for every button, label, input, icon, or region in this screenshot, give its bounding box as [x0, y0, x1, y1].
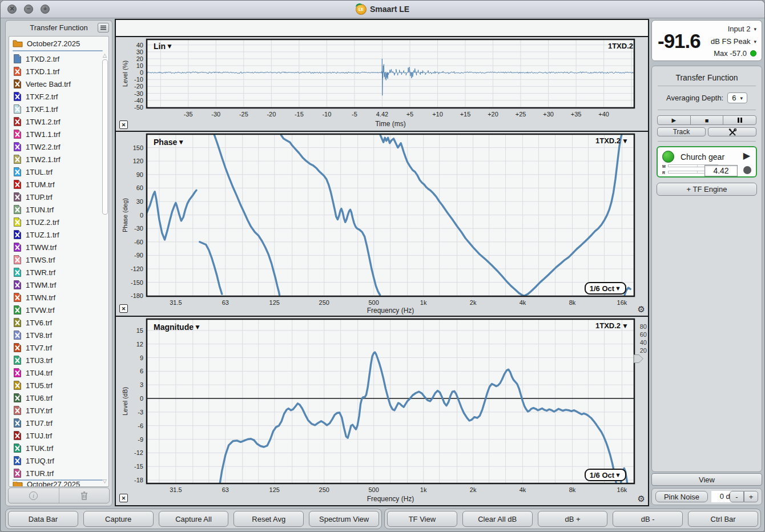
phase-settings-gear-icon[interactable]: ⚙ — [638, 305, 645, 313]
view-button[interactable]: View — [651, 473, 762, 486]
file-item[interactable]: 1TW1.2.trf — [9, 115, 108, 128]
folder-item[interactable]: October27.2025 — [9, 482, 108, 486]
file-item[interactable]: 1TUK.trf — [9, 442, 108, 454]
magnitude-trace-dropdown[interactable]: 1TXD.2▼ — [595, 321, 629, 330]
phase-trace-dropdown[interactable]: 1TXD.2▼ — [595, 136, 629, 145]
file-item[interactable]: 1TWN.trf — [9, 291, 108, 304]
ctrl-bar-button[interactable]: Ctrl Bar — [688, 511, 758, 527]
magnitude-plot[interactable]: 15129630-3-6-9-12-15-1831.5631252505001k… — [116, 317, 648, 504]
impulse-type-dropdown[interactable]: Lin▼ — [154, 42, 173, 51]
file-item[interactable]: 1TV6.trf — [9, 316, 108, 329]
info-button[interactable]: i — [9, 488, 59, 503]
pause-button[interactable] — [723, 115, 756, 125]
scale-slider-handle[interactable] — [634, 354, 643, 365]
db-button[interactable]: dB + — [538, 511, 608, 527]
folder-icon — [13, 40, 23, 47]
file-item[interactable]: 1TUJ.trf — [9, 429, 108, 442]
svg-text:3: 3 — [140, 381, 143, 388]
clear-all-db-button[interactable]: Clear All dB — [462, 511, 533, 527]
file-item[interactable]: 1TU5.trf — [9, 379, 108, 392]
file-item[interactable]: 1TXF.1.trf — [9, 103, 108, 115]
phase-type-dropdown[interactable]: Phase▼ — [154, 138, 184, 147]
phase-chart-panel: 1501209060300-30-60-90-120-150-18031.563… — [116, 132, 648, 317]
spectrum-view-button[interactable]: Spectrum View — [309, 511, 379, 527]
averaging-depth-select[interactable]: 6▾ — [727, 92, 747, 103]
impulse-plot[interactable]: 403020100-10-20-30-40-50-35-30-25-20-15-… — [116, 37, 648, 131]
divider — [13, 479, 103, 481]
magnitude-settings-gear-icon[interactable]: ⚙ — [638, 494, 645, 503]
file-item[interactable]: 1TUZ.2.trf — [9, 216, 108, 228]
file-item[interactable]: 1TUM.trf — [9, 178, 108, 191]
file-item[interactable]: 1TXD.1.trf — [9, 65, 108, 78]
file-item[interactable]: 1TWS.trf — [9, 253, 108, 266]
file-item[interactable]: 1TUR.trf — [9, 467, 108, 479]
phase-banding-dropdown[interactable]: 1/6 Oct▼ — [585, 282, 626, 295]
file-item[interactable]: 1TXD.2.trf — [9, 53, 108, 65]
tf-view-button[interactable]: TF View — [387, 511, 457, 527]
file-item[interactable]: 1TVW.trf — [9, 304, 108, 316]
file-item[interactable]: 1TW2.1.trf — [9, 153, 108, 166]
engine-play-icon[interactable]: ▶ — [743, 150, 750, 161]
tf-engine-card[interactable]: Church gear ▶ M R 4.42 — [657, 146, 757, 178]
file-item[interactable]: 1TW1.1.trf — [9, 128, 108, 140]
file-item[interactable]: Vertec Bad.trf — [9, 78, 108, 90]
delay-value-field[interactable]: 4.42 — [704, 165, 738, 176]
generator-level-up-button[interactable]: + — [744, 491, 758, 502]
capture-all-button[interactable]: Capture All — [159, 511, 229, 527]
tools-button[interactable] — [708, 127, 756, 136]
record-dot-icon[interactable] — [743, 166, 751, 174]
file-item[interactable]: 1TWR.trf — [9, 266, 108, 279]
folder-item[interactable]: October27.2025 — [9, 37, 108, 50]
file-item[interactable]: 1TUQ.trf — [9, 454, 108, 467]
meter-mode-dropdown[interactable]: dB FS Peak▾ — [711, 37, 756, 46]
file-item[interactable]: 1TU7.trf — [9, 417, 108, 429]
input-select-dropdown[interactable]: Input 2▾ — [728, 25, 756, 33]
close-phase-chart-button[interactable]: ✕ — [119, 304, 128, 313]
scrollbar-thumb[interactable] — [102, 59, 108, 215]
file-item[interactable]: 1TUL.trf — [9, 166, 108, 178]
hamburger-menu-icon[interactable] — [98, 23, 109, 33]
svg-text:250: 250 — [319, 299, 329, 306]
file-item[interactable]: 1TWM.trf — [9, 279, 108, 291]
play-button[interactable]: ▶ — [657, 115, 691, 125]
close-impulse-chart-button[interactable]: ✕ — [119, 120, 128, 129]
list-scrollbar[interactable]: △ ▽ — [102, 51, 108, 485]
pink-noise-button[interactable]: Pink Noise — [655, 491, 708, 502]
magnitude-type-dropdown[interactable]: Magnitude▼ — [154, 323, 201, 332]
file-item[interactable]: 1TUY.trf — [9, 404, 108, 417]
scroll-down-icon[interactable]: ▽ — [102, 478, 108, 484]
file-name: 1TV6.trf — [26, 319, 52, 327]
add-tf-engine-button[interactable]: + TF Engine — [657, 183, 757, 196]
track-button[interactable]: Track — [657, 127, 706, 136]
file-item[interactable]: 1TUN.trf — [9, 203, 108, 216]
folder-icon — [13, 482, 23, 486]
capture-button[interactable]: Capture — [83, 511, 154, 527]
divider — [658, 86, 756, 86]
data-bar-button[interactable]: Data Bar — [8, 511, 78, 527]
delete-button[interactable] — [59, 488, 110, 503]
file-item[interactable]: 1TUP.trf — [9, 191, 108, 203]
file-item[interactable]: 1TU6.trf — [9, 392, 108, 404]
scroll-up-icon[interactable]: △ — [102, 53, 108, 58]
file-item[interactable]: 1TV8.trf — [9, 329, 108, 341]
file-item[interactable]: 1TUZ.1.trf — [9, 228, 108, 241]
stop-button[interactable]: ■ — [690, 115, 724, 125]
phase-plot[interactable]: 1501209060300-30-60-90-120-150-18031.563… — [116, 132, 648, 316]
file-item[interactable]: 1TW2.2.trf — [9, 140, 108, 153]
file-item[interactable]: 1TU4.trf — [9, 366, 108, 379]
file-item[interactable]: 1TV7.trf — [9, 341, 108, 354]
reset-avg-button[interactable]: Reset Avg — [233, 511, 304, 527]
file-item[interactable]: 1TXF.2.trf — [9, 90, 108, 103]
close-magnitude-chart-button[interactable]: ✕ — [119, 494, 128, 502]
impulse-trace-label[interactable]: 1TXD.2 — [608, 42, 633, 50]
impulse-y-axis-label: Level (%) — [122, 61, 128, 87]
generator-level-down-button[interactable]: - — [730, 491, 744, 502]
file-item[interactable]: 1TU3.trf — [9, 354, 108, 366]
trace-file-icon — [14, 368, 21, 377]
db-button[interactable]: dB - — [613, 511, 683, 527]
file-item[interactable]: 1TWW.trf — [9, 241, 108, 253]
phase-y-axis-label: Phase (deg) — [122, 198, 128, 232]
magnitude-banding-dropdown[interactable]: 1/6 Oct▼ — [585, 469, 626, 481]
trace-file-list: October27.2025 1TXD.2.trf1TXD.1.trfVerte… — [9, 36, 109, 487]
dropdown-arrow-icon: ▼ — [194, 323, 201, 331]
